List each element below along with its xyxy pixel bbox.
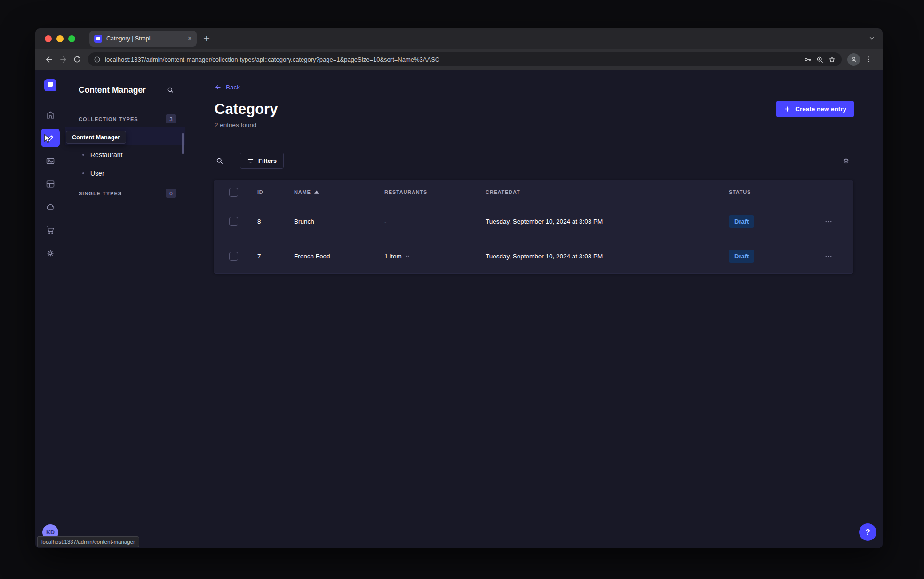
- link-status-tooltip: localhost:1337/admin/content-manager: [37, 536, 139, 547]
- single-types-label: SINGLE TYPES: [79, 191, 122, 196]
- filter-icon: [247, 157, 254, 164]
- nav-deploy-cloud-icon[interactable]: [41, 198, 60, 217]
- create-new-entry-button[interactable]: Create new entry: [776, 101, 854, 117]
- main-content: Back Category 2 entries found Create new…: [185, 70, 883, 548]
- status-badge: Draft: [729, 250, 754, 263]
- password-key-icon[interactable]: [804, 56, 812, 64]
- table-header-row: ID NAME RESTAURANTS CREATEDAT STATUS: [214, 180, 853, 204]
- cell-name: French Food: [294, 253, 384, 260]
- subnav-search-icon[interactable]: [163, 83, 177, 97]
- nav-settings-gear-icon[interactable]: [41, 244, 60, 263]
- cell-createdat: Tuesday, September 10, 2024 at 3:03 PM: [486, 253, 729, 260]
- nav-home-icon[interactable]: [41, 105, 60, 124]
- cell-name: Brunch: [294, 218, 384, 225]
- entries-table: ID NAME RESTAURANTS CREATEDAT STATUS 8: [214, 180, 853, 274]
- nav-content-type-builder-icon[interactable]: [41, 175, 60, 193]
- cell-createdat: Tuesday, September 10, 2024 at 3:03 PM: [486, 218, 729, 225]
- back-link[interactable]: Back: [215, 84, 240, 91]
- url-text[interactable]: localhost:1337/admin/content-manager/col…: [105, 56, 799, 63]
- table-search-icon[interactable]: [213, 154, 226, 167]
- tab-title: Category | Strapi: [106, 35, 183, 42]
- subnav-divider: [79, 105, 90, 105]
- back-nav-icon[interactable]: [42, 52, 56, 66]
- cell-id: 7: [248, 253, 294, 260]
- window-controls: [45, 35, 75, 42]
- bullet-icon: [82, 154, 84, 156]
- sidebar-item-restaurant[interactable]: Restaurant: [65, 145, 185, 164]
- reload-icon[interactable]: [70, 52, 84, 66]
- strapi-favicon: [94, 35, 102, 43]
- row-actions-icon[interactable]: [824, 217, 855, 226]
- new-tab-button[interactable]: +: [203, 33, 210, 44]
- mouse-cursor: [44, 134, 51, 144]
- row-checkbox[interactable]: [229, 252, 238, 261]
- maximize-window-button[interactable]: [68, 35, 75, 42]
- tab-search-chevron-icon[interactable]: [868, 35, 875, 41]
- collection-types-count-badge: 3: [166, 114, 176, 123]
- page-title: Category: [215, 100, 278, 119]
- arrow-left-icon: [215, 84, 222, 91]
- chevron-down-icon: [405, 254, 410, 259]
- info-icon[interactable]: [94, 56, 101, 63]
- row-actions-icon[interactable]: [824, 252, 855, 261]
- column-header-status: STATUS: [729, 189, 824, 195]
- url-bar[interactable]: localhost:1337/admin/content-manager/col…: [88, 52, 842, 66]
- table-row[interactable]: 7 French Food 1 item Tuesday, September …: [214, 239, 853, 273]
- help-button[interactable]: ?: [859, 523, 876, 541]
- cell-restaurants[interactable]: 1 item: [384, 253, 486, 260]
- view-settings-gear-icon[interactable]: [839, 154, 853, 168]
- subnav-title: Content Manager: [79, 85, 146, 95]
- cell-restaurants: -: [384, 218, 486, 225]
- nav-marketplace-cart-icon[interactable]: [41, 221, 60, 240]
- minimize-window-button[interactable]: [56, 35, 64, 42]
- column-header-restaurants: RESTAURANTS: [384, 189, 486, 195]
- plus-icon: [784, 105, 791, 113]
- column-header-name[interactable]: NAME: [294, 189, 384, 195]
- create-new-entry-label: Create new entry: [795, 105, 846, 113]
- filters-label: Filters: [258, 157, 277, 164]
- browser-window: Category | Strapi × + localhost:1337/adm…: [35, 28, 883, 548]
- row-checkbox[interactable]: [229, 217, 238, 226]
- bookmark-star-icon[interactable]: [828, 56, 836, 64]
- sidebar-item-user[interactable]: User: [65, 164, 185, 182]
- browser-tab[interactable]: Category | Strapi ×: [89, 31, 197, 47]
- browser-toolbar: localhost:1337/admin/content-manager/col…: [35, 49, 883, 70]
- forward-nav-icon[interactable]: [56, 52, 70, 66]
- tab-close-icon[interactable]: ×: [188, 35, 192, 42]
- column-header-id[interactable]: ID: [248, 189, 294, 195]
- strapi-logo[interactable]: [44, 79, 56, 91]
- bullet-icon: [82, 172, 84, 174]
- column-header-createdat: CREATEDAT: [486, 189, 729, 195]
- table-row[interactable]: 8 Brunch - Tuesday, September 10, 2024 a…: [214, 204, 853, 239]
- nav-media-library-icon[interactable]: [41, 152, 60, 170]
- sidebar-item-label: User: [90, 169, 104, 177]
- filters-button[interactable]: Filters: [240, 153, 284, 169]
- strapi-app: KD Content Manager COLLECTION TYPES 3 Ca…: [35, 70, 883, 548]
- select-all-checkbox[interactable]: [229, 188, 238, 197]
- content-manager-tooltip: Content Manager: [66, 131, 126, 144]
- back-label: Back: [226, 84, 240, 91]
- close-window-button[interactable]: [45, 35, 52, 42]
- subnav-scrollbar-thumb[interactable]: [182, 133, 184, 154]
- entries-count: 2 entries found: [215, 121, 256, 129]
- cell-id: 8: [248, 218, 294, 225]
- sort-ascending-icon: [314, 190, 319, 194]
- single-types-count-badge: 0: [166, 189, 176, 198]
- tab-strip: Category | Strapi × +: [35, 28, 883, 49]
- collection-types-label: COLLECTION TYPES: [79, 116, 138, 122]
- status-badge: Draft: [729, 215, 754, 228]
- sidebar-item-label: Restaurant: [90, 151, 122, 159]
- browser-menu-icon[interactable]: [862, 52, 876, 66]
- zoom-icon[interactable]: [816, 56, 824, 64]
- profile-avatar-icon[interactable]: [847, 53, 860, 66]
